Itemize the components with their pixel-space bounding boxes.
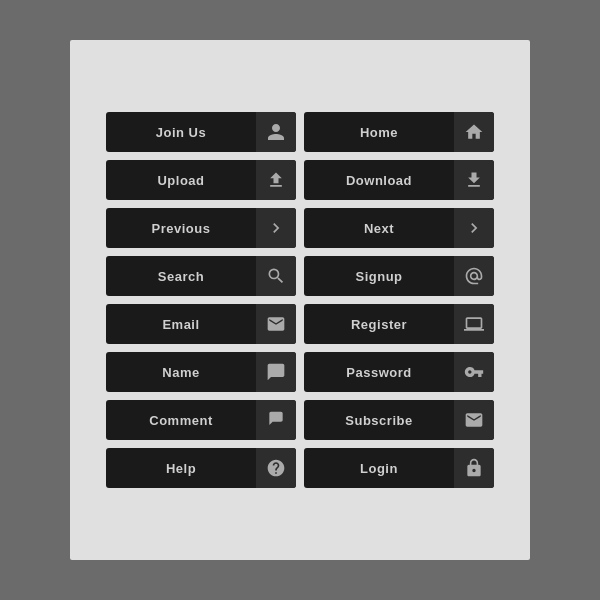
upload-button[interactable]: Upload — [106, 160, 296, 200]
next-label: Next — [304, 221, 454, 236]
download-icon — [454, 160, 494, 200]
laptop-icon — [454, 304, 494, 344]
home-icon — [454, 112, 494, 152]
join-us-button[interactable]: Join Us — [106, 112, 296, 152]
register-label: Register — [304, 317, 454, 332]
person-icon — [256, 112, 296, 152]
chat-icon — [256, 352, 296, 392]
at-icon — [454, 256, 494, 296]
previous-button[interactable]: Previous — [106, 208, 296, 248]
email-icon — [256, 304, 296, 344]
password-button[interactable]: Password — [304, 352, 494, 392]
lock-icon — [454, 448, 494, 488]
chevron-right-icon — [256, 208, 296, 248]
search-label: Search — [106, 269, 256, 284]
home-button[interactable]: Home — [304, 112, 494, 152]
name-label: Name — [106, 365, 256, 380]
password-label: Password — [304, 365, 454, 380]
help-button[interactable]: Help — [106, 448, 296, 488]
help-label: Help — [106, 461, 256, 476]
home-label: Home — [304, 125, 454, 140]
search-icon — [256, 256, 296, 296]
download-button[interactable]: Download — [304, 160, 494, 200]
register-button[interactable]: Register — [304, 304, 494, 344]
join-us-label: Join Us — [106, 125, 256, 140]
subscribe-button[interactable]: Subscribe — [304, 400, 494, 440]
button-grid: Join UsHomeUploadDownloadPreviousNextSea… — [86, 92, 514, 508]
key-icon — [454, 352, 494, 392]
subscribe-icon — [454, 400, 494, 440]
previous-label: Previous — [106, 221, 256, 236]
comment-button[interactable]: Comment — [106, 400, 296, 440]
comment-label: Comment — [106, 413, 256, 428]
question-icon — [256, 448, 296, 488]
subscribe-label: Subscribe — [304, 413, 454, 428]
email-button[interactable]: Email — [106, 304, 296, 344]
comment-doc-icon — [256, 400, 296, 440]
login-button[interactable]: Login — [304, 448, 494, 488]
upload-icon — [256, 160, 296, 200]
signup-button[interactable]: Signup — [304, 256, 494, 296]
chevron-right-icon — [454, 208, 494, 248]
email-label: Email — [106, 317, 256, 332]
download-label: Download — [304, 173, 454, 188]
login-label: Login — [304, 461, 454, 476]
next-button[interactable]: Next — [304, 208, 494, 248]
signup-label: Signup — [304, 269, 454, 284]
upload-label: Upload — [106, 173, 256, 188]
name-button[interactable]: Name — [106, 352, 296, 392]
search-button[interactable]: Search — [106, 256, 296, 296]
card: Join UsHomeUploadDownloadPreviousNextSea… — [70, 40, 530, 560]
